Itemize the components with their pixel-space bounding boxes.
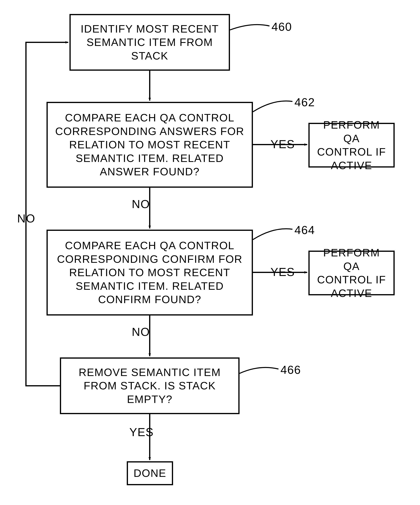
connectors [0,0,420,505]
flowchart-canvas: IDENTIFY MOST RECENTSEMANTIC ITEM FROMST… [0,0,420,505]
